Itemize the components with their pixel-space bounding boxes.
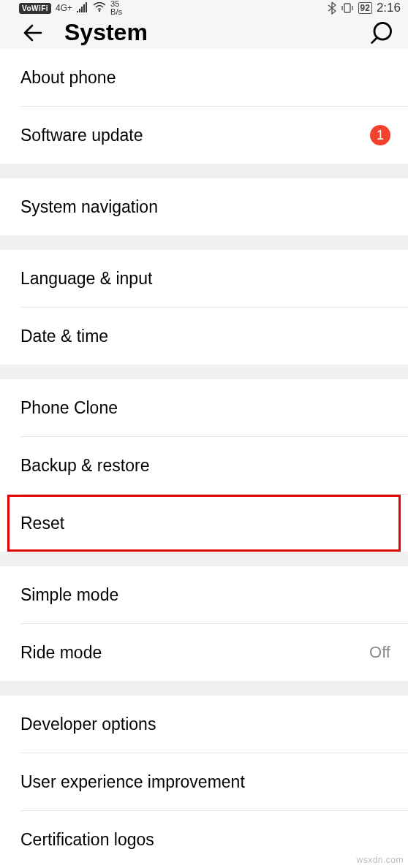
section-gap (0, 365, 408, 379)
row-phone-clone[interactable]: Phone Clone (0, 379, 408, 436)
section-gap (0, 552, 408, 566)
section-gap (0, 164, 408, 178)
speed-unit: B/s (110, 8, 122, 16)
network-type: 4G+ (56, 4, 72, 12)
network-4g-label: 4G+ (56, 3, 72, 13)
vibrate-icon (341, 2, 354, 14)
section: System navigation (0, 178, 408, 235)
row-label: Ride mode (20, 643, 369, 663)
section: Phone CloneBackup & restoreReset (0, 379, 408, 552)
row-label: Backup & restore (20, 456, 390, 476)
row-system-navigation[interactable]: System navigation (0, 178, 408, 235)
system-settings-screen: VoWiFi 4G+ 35 B/s 92 2:16 (0, 0, 408, 868)
row-about-phone[interactable]: About phone (0, 49, 408, 106)
search-icon (369, 20, 393, 45)
section-gap (0, 681, 408, 696)
row-label: User experience improvement (20, 772, 390, 792)
row-label: About phone (20, 68, 390, 88)
watermark: wsxdn.com (356, 855, 404, 865)
svg-rect-1 (344, 4, 350, 12)
row-label: Date & time (20, 327, 390, 346)
row-label: Developer options (20, 715, 390, 734)
section-gap (0, 235, 408, 250)
row-label: Language & input (20, 269, 390, 289)
battery-indicator: 92 (358, 2, 372, 14)
data-speed: 35 B/s (110, 0, 122, 16)
row-label: Reset (20, 514, 390, 533)
row-language-input[interactable]: Language & input (0, 250, 408, 307)
row-ride-mode[interactable]: Ride modeOff (0, 624, 408, 681)
header: System (0, 16, 408, 49)
row-label: System navigation (20, 197, 390, 217)
status-left: VoWiFi 4G+ 35 B/s (19, 0, 122, 16)
back-button[interactable] (20, 20, 45, 45)
svg-point-0 (99, 9, 100, 11)
wifi-icon (93, 2, 106, 15)
clock: 2:16 (377, 1, 401, 15)
status-right: 92 2:16 (328, 1, 401, 15)
row-developer-options[interactable]: Developer options (0, 696, 408, 753)
row-reset[interactable]: Reset (0, 495, 408, 552)
row-simple-mode[interactable]: Simple mode (0, 566, 408, 623)
settings-list: About phoneSoftware update1System naviga… (0, 49, 408, 868)
section: Language & inputDate & time (0, 250, 408, 365)
section: Simple modeRide modeOff (0, 566, 408, 681)
row-certification-logos[interactable]: Certification logos (0, 811, 408, 868)
row-label: Phone Clone (20, 398, 390, 418)
vowifi-indicator: VoWiFi (19, 3, 51, 14)
row-user-experience-improvement[interactable]: User experience improvement (0, 753, 408, 810)
row-label: Simple mode (20, 585, 390, 605)
row-value: Off (369, 643, 390, 662)
row-software-update[interactable]: Software update1 (0, 107, 408, 164)
section: About phoneSoftware update1 (0, 49, 408, 164)
section: Developer optionsUser experience improve… (0, 696, 408, 868)
page-title: System (64, 19, 350, 46)
status-bar: VoWiFi 4G+ 35 B/s 92 2:16 (0, 0, 408, 16)
row-backup-restore[interactable]: Backup & restore (0, 437, 408, 494)
row-date-time[interactable]: Date & time (0, 308, 408, 365)
row-label: Certification logos (20, 830, 390, 850)
signal-icon (77, 2, 88, 15)
bluetooth-icon (328, 1, 336, 15)
back-arrow-icon (22, 22, 44, 44)
search-button[interactable] (369, 20, 393, 45)
row-label: Software update (20, 126, 370, 145)
update-badge: 1 (370, 125, 390, 145)
